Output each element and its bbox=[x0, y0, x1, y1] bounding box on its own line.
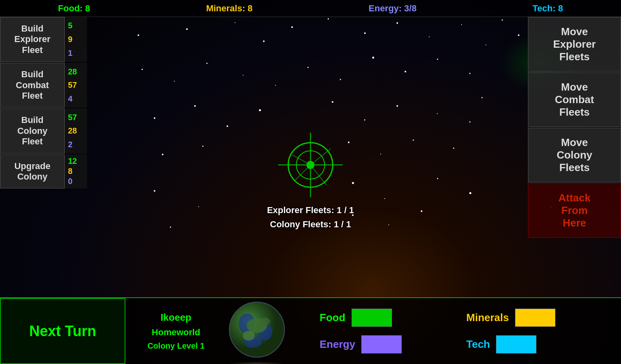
planet-shadow bbox=[229, 362, 285, 364]
build-combat-costs: 28 57 4 bbox=[65, 63, 87, 108]
star bbox=[437, 113, 438, 114]
star bbox=[142, 69, 143, 70]
star bbox=[396, 105, 398, 107]
explorer-food-cost: 5 bbox=[68, 21, 84, 30]
star bbox=[328, 18, 329, 19]
star bbox=[384, 198, 385, 199]
star bbox=[388, 224, 389, 225]
star bbox=[263, 40, 265, 42]
star bbox=[396, 22, 398, 24]
right-action-panel: MoveExplorerFleets MoveCombatFleets Move… bbox=[528, 17, 621, 238]
planet-svg bbox=[227, 299, 287, 360]
build-explorer-label[interactable]: BuildExplorerFleet bbox=[0, 17, 65, 62]
attack-from-here-btn[interactable]: AttackFromHere bbox=[528, 183, 621, 238]
star bbox=[405, 71, 406, 72]
minerals-stat: Minerals: 8 bbox=[206, 3, 252, 14]
star bbox=[413, 140, 414, 141]
star bbox=[364, 119, 365, 121]
combat-food-cost: 28 bbox=[68, 67, 84, 76]
fleet-info-display: Explorer Fleets: 1 / 1 Colony Fleets: 1 … bbox=[267, 203, 354, 231]
star bbox=[291, 26, 293, 28]
star bbox=[243, 75, 244, 76]
star bbox=[421, 210, 422, 212]
bottom-bar: Next Turn Ikoeep Homeworld Colony Level … bbox=[0, 297, 621, 364]
upgrade-colony-btn[interactable]: UpgradeColony 12 8 0 bbox=[0, 154, 89, 189]
energy-legend: Energy bbox=[320, 335, 462, 353]
svg-point-17 bbox=[229, 302, 284, 357]
build-colony-costs: 57 28 2 bbox=[65, 108, 87, 153]
food-stat: Food: 8 bbox=[58, 3, 90, 14]
explorer-mineral-cost: 9 bbox=[68, 35, 84, 44]
center-fleet-info: Explorer Fleets: 1 / 1 Colony Fleets: 1 … bbox=[267, 133, 354, 231]
upgrade-food-cost: 12 bbox=[68, 157, 84, 166]
star bbox=[154, 190, 155, 192]
upgrade-energy-cost: 0 bbox=[68, 177, 84, 186]
fleet-target-indicator bbox=[278, 133, 343, 197]
combat-mineral-cost: 57 bbox=[68, 80, 84, 90]
build-colony-fleet-btn[interactable]: BuildColonyFleet 57 28 2 bbox=[0, 108, 89, 153]
explorer-fleets-text: Explorer Fleets: 1 / 1 bbox=[267, 203, 354, 217]
food-legend-box bbox=[352, 309, 392, 327]
planet-name: Ikoeep bbox=[161, 310, 191, 325]
build-combat-label[interactable]: BuildCombatFleet bbox=[0, 63, 65, 108]
star bbox=[227, 125, 228, 127]
star bbox=[340, 79, 341, 80]
upgrade-colony-label[interactable]: UpgradeColony bbox=[0, 154, 65, 189]
minerals-legend: Minerals bbox=[466, 309, 609, 327]
star bbox=[332, 101, 333, 103]
star bbox=[469, 73, 471, 74]
move-explorer-fleets-btn[interactable]: MoveExplorerFleets bbox=[528, 17, 621, 72]
upgrade-colony-costs: 12 8 0 bbox=[65, 154, 87, 189]
planet-type: Homeworld bbox=[152, 325, 200, 339]
energy-legend-label: Energy bbox=[320, 338, 355, 351]
target-svg bbox=[278, 133, 343, 197]
star bbox=[502, 19, 503, 21]
star bbox=[259, 109, 261, 111]
next-turn-button[interactable]: Next Turn bbox=[0, 298, 125, 364]
tech-stat: Tech: 8 bbox=[532, 3, 563, 14]
build-explorer-fleet-btn[interactable]: BuildExplorerFleet 5 9 1 bbox=[0, 17, 89, 62]
build-explorer-costs: 5 9 1 bbox=[65, 17, 87, 62]
food-legend: Food bbox=[320, 309, 462, 327]
star bbox=[364, 32, 366, 34]
star bbox=[461, 24, 462, 25]
star bbox=[194, 105, 196, 107]
star bbox=[138, 34, 139, 36]
move-combat-fleets-btn[interactable]: MoveCombatFleets bbox=[528, 72, 621, 127]
build-combat-fleet-btn[interactable]: BuildCombatFleet 28 57 4 bbox=[0, 63, 89, 108]
colony-mineral-cost: 28 bbox=[68, 126, 84, 135]
star bbox=[202, 146, 203, 147]
star bbox=[162, 154, 163, 155]
colony-food-cost: 57 bbox=[68, 113, 84, 122]
build-colony-label[interactable]: BuildColonyFleet bbox=[0, 108, 65, 153]
combat-energy-cost: 4 bbox=[68, 94, 84, 104]
star bbox=[485, 44, 486, 45]
star bbox=[429, 36, 430, 37]
energy-legend-box bbox=[361, 335, 402, 353]
food-legend-label: Food bbox=[320, 311, 345, 324]
tech-legend-label: Tech bbox=[466, 338, 490, 351]
planet-info-panel: Ikoeep Homeworld Colony Level 1 bbox=[125, 298, 227, 364]
planet-level: Colony Level 1 bbox=[147, 339, 204, 352]
star bbox=[372, 57, 374, 59]
left-action-panel: BuildExplorerFleet 5 9 1 BuildCombatFlee… bbox=[0, 17, 89, 189]
move-colony-fleets-btn[interactable]: MoveColonyFleets bbox=[528, 128, 621, 182]
planet-image bbox=[227, 299, 287, 360]
next-turn-label: Next Turn bbox=[29, 323, 96, 340]
star bbox=[469, 121, 471, 123]
tech-legend-box bbox=[496, 335, 536, 353]
star bbox=[437, 59, 438, 60]
explorer-energy-cost: 1 bbox=[68, 49, 84, 58]
star bbox=[235, 22, 235, 23]
svg-point-8 bbox=[306, 161, 314, 169]
colony-fleets-text: Colony Fleets: 1 / 1 bbox=[267, 217, 354, 231]
tech-legend: Tech bbox=[466, 335, 609, 353]
star bbox=[275, 85, 276, 86]
star bbox=[307, 67, 309, 68]
colony-energy-cost: 2 bbox=[68, 140, 84, 149]
star bbox=[174, 81, 175, 82]
resource-legend: Food Minerals Energy Tech bbox=[307, 298, 621, 364]
star bbox=[206, 63, 208, 64]
star bbox=[453, 148, 454, 149]
star bbox=[154, 117, 155, 119]
